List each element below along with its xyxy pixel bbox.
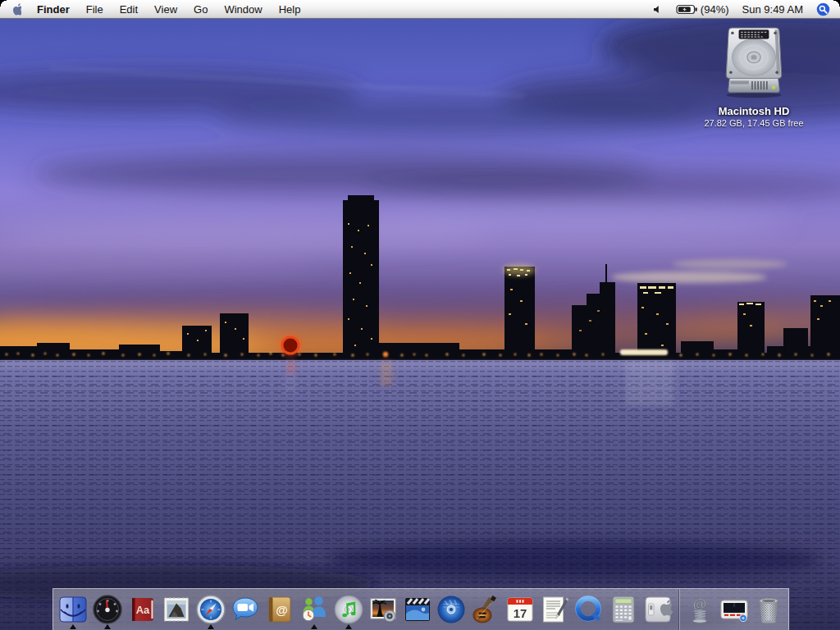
ical-icon: 17: [504, 593, 536, 626]
dock-item-ichat[interactable]: [228, 589, 262, 630]
ticker-widget-link-icon: [718, 593, 751, 626]
macintosh-hd-desktop-icon[interactable]: Macintosh HD 27.82 GB, 17.45 GB free: [701, 25, 807, 128]
hard-drive-icon: [719, 25, 788, 100]
dock-item-garageband[interactable]: [468, 589, 503, 630]
menu-go[interactable]: Go: [185, 0, 216, 18]
battery-charging-icon: [676, 4, 698, 15]
volume-icon: [652, 4, 663, 15]
address-book-glyph: @: [276, 603, 288, 617]
hd-icon-label: Macintosh HD: [701, 105, 807, 117]
dock-item-quicktime[interactable]: [572, 589, 606, 630]
dock-item-safari[interactable]: [194, 589, 228, 630]
menu-edit-label: Edit: [120, 3, 138, 16]
safari-icon: [194, 593, 227, 626]
battery-percent: (94%): [701, 3, 729, 16]
dock-item-finder[interactable]: [56, 589, 90, 630]
menu-go-label: Go: [194, 3, 208, 16]
iphoto-icon: [367, 593, 399, 626]
dock-item-dashboard[interactable]: [90, 589, 125, 630]
menu-edit[interactable]: Edit: [112, 0, 146, 18]
url-at-spring-icon: @: [685, 594, 714, 625]
menu-bar-left: Finder File Edit View Go Window Help: [0, 0, 308, 18]
menu-window[interactable]: Window: [216, 0, 270, 18]
ical-date-glyph: 17: [514, 606, 527, 620]
imovie-icon: [401, 593, 434, 626]
dock-item-messenger[interactable]: [297, 589, 331, 630]
apple-menu[interactable]: [0, 0, 29, 18]
dictionary-icon: Aa: [126, 593, 158, 626]
menu-window-label: Window: [224, 3, 262, 16]
app-menu-finder[interactable]: Finder: [29, 0, 78, 18]
ichat-icon: [229, 593, 262, 626]
messenger-icon: [298, 593, 331, 626]
dock-separator: [678, 589, 679, 630]
calculator-icon: [607, 593, 640, 626]
hd-icon-info: 27.82 GB, 17.45 GB free: [701, 118, 807, 128]
dictionary-glyph: Aa: [136, 604, 150, 616]
apple-logo-icon: [10, 2, 21, 16]
quicktime-icon: [573, 593, 605, 626]
menu-view-label: View: [154, 3, 177, 16]
menu-clock: Sun 9:49 AM: [742, 3, 803, 16]
menu-file-label: File: [86, 3, 103, 16]
menu-help-label: Help: [279, 3, 301, 16]
itunes-icon: [332, 593, 365, 626]
dock-item-widget-link[interactable]: [717, 589, 751, 630]
dock-item-ical[interactable]: 17: [503, 589, 537, 630]
system-preferences-icon: [641, 593, 674, 626]
battery-menu-extra[interactable]: (94%): [671, 0, 734, 18]
dock-item-itunes[interactable]: [331, 589, 366, 630]
running-indicator: [208, 624, 214, 629]
dock-item-address-book[interactable]: @: [262, 589, 297, 630]
dock-item-mail[interactable]: [159, 589, 194, 630]
red-clock-sign: [280, 335, 301, 356]
menu-bar-status: (94%) Sun 9:49 AM: [647, 0, 840, 18]
textedit-icon: [538, 593, 571, 626]
dock: Aa: [52, 588, 789, 630]
at-glyph: @: [693, 596, 707, 612]
trash-icon: [753, 593, 784, 626]
dock-item-system-preferences[interactable]: [641, 589, 675, 630]
desktop: Macintosh HD 27.82 GB, 17.45 GB free: [0, 18, 840, 630]
running-indicator: [104, 624, 111, 629]
dock-item-idvd[interactable]: [434, 589, 468, 630]
dashboard-icon: [91, 593, 124, 626]
volume-menu-extra[interactable]: [647, 0, 668, 18]
clock-menu-extra[interactable]: Sun 9:49 AM: [737, 0, 808, 18]
dock-item-textedit[interactable]: [537, 589, 572, 630]
mail-icon: [160, 593, 193, 626]
dock-item-calculator[interactable]: [606, 589, 641, 630]
menu-view[interactable]: View: [146, 0, 185, 18]
spotlight-menu-extra[interactable]: [811, 0, 835, 18]
finder-icon: [57, 593, 89, 626]
running-indicator: [345, 624, 352, 629]
running-indicator: [70, 624, 76, 629]
mac-desktop: Finder File Edit View Go Window Help: [0, 0, 840, 630]
dock-item-imovie[interactable]: [400, 589, 435, 630]
idvd-icon: [435, 593, 468, 626]
spotlight-icon: [816, 2, 830, 16]
dock-item-trash[interactable]: [751, 589, 786, 630]
menu-help[interactable]: Help: [271, 0, 309, 18]
address-book-icon: @: [263, 593, 296, 626]
dock-item-dictionary[interactable]: Aa: [125, 589, 159, 630]
menu-file[interactable]: File: [78, 0, 112, 18]
app-menu-label: Finder: [37, 3, 70, 16]
running-indicator: [311, 624, 317, 629]
menu-bar: Finder File Edit View Go Window Help: [0, 0, 840, 19]
dock-item-iphoto[interactable]: [366, 589, 400, 630]
garageband-icon: [469, 593, 502, 626]
dock-item-url-link[interactable]: @: [682, 589, 717, 630]
